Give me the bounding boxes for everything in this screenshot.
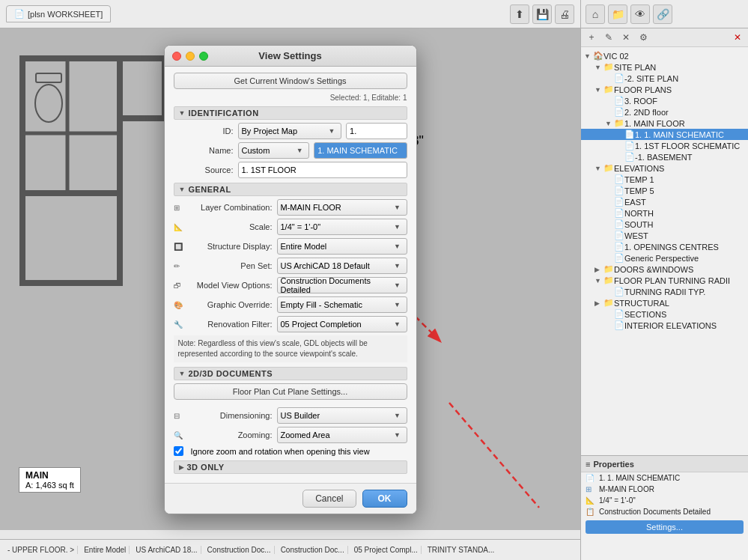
tree-item-temp1[interactable]: 📄 TEMP 1	[581, 174, 748, 185]
id-value-field[interactable]: 1.	[346, 123, 407, 139]
section-general[interactable]: ▼ GENERAL	[174, 183, 407, 196]
tree-item-temp5[interactable]: 📄 TEMP 5	[581, 185, 748, 196]
panel-add-btn[interactable]: +	[584, 30, 599, 45]
close-btn[interactable]	[172, 52, 181, 61]
tree-item-openings[interactable]: 📄 1. OPENINGS CENTRES	[581, 241, 748, 252]
tree-item-main-schematic[interactable]: 📄 1. 1. MAIN SCHEMATIC	[581, 129, 748, 140]
id-type-select[interactable]: By Project Map ▼	[238, 123, 342, 139]
scale-icon: 📐	[174, 223, 186, 231]
model-view-select[interactable]: Construction Documents Detailed ▼	[277, 277, 407, 293]
graphic-icon: 🎨	[174, 301, 186, 309]
tree-item-south[interactable]: 📄 SOUTH	[581, 219, 748, 230]
panel-delete-btn[interactable]: ✕	[618, 30, 633, 45]
panel-btn-link[interactable]: 🔗	[653, 4, 672, 24]
properties-panel: ≡ Properties 📄 1. 1. MAIN SCHEMATIC ⊞ M-…	[581, 455, 748, 560]
tree-arrow-main-floor: ▼	[605, 120, 614, 127]
properties-title: Properties	[593, 460, 633, 469]
panel-edit-btn[interactable]: ✎	[601, 30, 616, 45]
tree-arrow-elevations: ▼	[595, 165, 603, 172]
tree-item-2nd-floor[interactable]: 📄 2. 2ND floor	[581, 106, 748, 118]
settings-button[interactable]: Settings...	[586, 520, 744, 534]
panel-btn-folder[interactable]: 📁	[608, 4, 627, 24]
dialog-footer: Cancel OK	[165, 483, 416, 514]
status-pen[interactable]: US ArchiCAD 18...	[133, 546, 201, 554]
form-row-pen: ✏ Pen Set: US ArchiCAD 18 Default ▼	[174, 258, 407, 274]
tree-item-east[interactable]: 📄 EAST	[581, 196, 748, 207]
status-trinity[interactable]: TRINITY STANDA...	[425, 546, 498, 554]
tree-item-doors-windows[interactable]: ▶ 📁 DOORS &WINDOWS	[581, 264, 748, 275]
section-2d3d[interactable]: ▼ 2D/3D DOCUMENTS	[174, 367, 407, 380]
tree-item-floor-plans[interactable]: ▼ 📁 FLOOR PLANS	[581, 84, 748, 95]
tree-item-north[interactable]: 📄 NORTH	[581, 207, 748, 219]
maximize-btn[interactable]	[199, 52, 208, 61]
tree-item-elevations[interactable]: ▼ 📁 ELEVATIONS	[581, 162, 748, 174]
panel-btn-home[interactable]: ⌂	[586, 4, 605, 24]
name-value-field[interactable]: 1. MAIN SCHEMATIC	[314, 142, 407, 159]
tree-item-roof[interactable]: 📄 3. ROOF	[581, 95, 748, 106]
tree-root[interactable]: ▼ 🏠 VIC 02	[581, 50, 748, 61]
get-settings-button[interactable]: Get Current Window's Settings	[174, 73, 407, 89]
graphic-label: Graphic Override:	[190, 300, 273, 309]
panel-close-btn[interactable]: ✕	[730, 30, 745, 45]
source-value-field[interactable]: 1. 1ST FLOOR	[238, 162, 407, 178]
floor-plan-cut-plane-btn[interactable]: Floor Plan Cut Plane Settings...	[174, 383, 407, 400]
pen-select[interactable]: US ArchiCAD 18 Default ▼	[277, 258, 407, 274]
chevron-down-pen: ▼	[392, 262, 404, 270]
cancel-button[interactable]: Cancel	[302, 490, 356, 508]
tree-item-main-floor[interactable]: ▼ 📁 1. MAIN FLOOR	[581, 118, 748, 129]
nav-tree: ▼ 🏠 VIC 02 ▼ 📁 SITE PLAN 📄 -2. SITE PLAN…	[581, 47, 748, 455]
properties-icon: ≡	[586, 460, 590, 469]
section-identification[interactable]: ▼ IDENTIFICATION	[174, 106, 407, 120]
zooming-select[interactable]: Zoomed Area ▼	[277, 427, 407, 443]
dialog-overlay: View Settings Get Current Window's Setti…	[0, 0, 580, 539]
tree-item-1st-floor-schematic[interactable]: 📄 1. 1ST FLOOR SCHEMATIC	[581, 140, 748, 151]
chevron-down-dim: ▼	[392, 412, 404, 419]
source-label: Source:	[174, 165, 234, 174]
tree-item-floor-radii[interactable]: ▼ 📁 FLOOR PLAN TURNING RADII	[581, 275, 748, 286]
pen-icon: ✏	[174, 262, 186, 270]
section-arrow-2d3d: ▼	[179, 370, 186, 377]
tree-item-west[interactable]: 📄 WEST	[581, 230, 748, 241]
ok-button[interactable]: OK	[362, 490, 407, 508]
layer-icon: ⊞	[174, 204, 186, 212]
section-arrow-general: ▼	[179, 186, 186, 193]
status-model[interactable]: Entire Model	[81, 546, 130, 554]
section-arrow-3d: ▶	[179, 463, 184, 471]
name-type-select[interactable]: Custom ▼	[238, 142, 310, 159]
panel-actions: + ✎ ✕ ⚙ ✕	[581, 28, 748, 47]
chevron-down-model-view: ▼	[392, 281, 404, 289]
chevron-down-layer: ▼	[392, 204, 404, 211]
id-label: ID:	[174, 127, 234, 136]
dimensioning-select[interactable]: US Builder ▼	[277, 407, 407, 424]
prop-row-3: 📋 Construction Documents Detailed	[581, 506, 748, 517]
graphic-select[interactable]: Empty Fill - Schematic ▼	[277, 296, 407, 313]
structure-select[interactable]: Entire Model ▼	[277, 238, 407, 255]
tree-item-site-plan[interactable]: ▼ 📁 SITE PLAN	[581, 61, 748, 73]
status-bar: - UPPER FLOOR. > Entire Model US ArchiCA…	[0, 539, 580, 560]
tree-item-basement[interactable]: 📄 -1. BASEMENT	[581, 151, 748, 162]
tree-item-turning-radii[interactable]: 📄 TURNING RADII TYP.	[581, 286, 748, 297]
prop-icon-0: 📄	[586, 474, 596, 482]
section-3d-only[interactable]: ▶ 3D ONLY	[174, 460, 407, 474]
status-floor[interactable]: - UPPER FLOOR. >	[4, 546, 78, 554]
status-construction[interactable]: Construction Doc...	[204, 546, 275, 554]
ignore-zoom-checkbox[interactable]	[174, 446, 183, 456]
status-project[interactable]: 05 Project Compl...	[351, 546, 422, 554]
tree-item-site-plan-2[interactable]: 📄 -2. SITE PLAN	[581, 73, 748, 84]
prop-row-1: ⊞ M-MAIN FLOOR	[581, 484, 748, 495]
panel-settings-btn[interactable]: ⚙	[636, 30, 651, 45]
tree-item-structural[interactable]: ▶ 📁 STRUCTURAL	[581, 297, 748, 308]
minimize-btn[interactable]	[186, 52, 195, 61]
tree-item-sections[interactable]: 📄 SECTIONS	[581, 308, 748, 320]
status-construction2[interactable]: Construction Doc...	[278, 546, 348, 554]
tree-item-interior-elevations[interactable]: 📄 INTERIOR ELEVATIONS	[581, 320, 748, 331]
renovation-select[interactable]: 05 Project Completion ▼	[277, 316, 407, 332]
panel-btn-eye[interactable]: 👁	[630, 4, 650, 24]
model-view-label: Model View Options:	[190, 281, 273, 290]
note-text: Note: Regardless of this view's scale, G…	[174, 335, 407, 362]
scale-select[interactable]: 1/4" = 1'-0" ▼	[277, 219, 407, 235]
tree-arrow-site-plan: ▼	[595, 64, 603, 71]
form-row-layer: ⊞ Layer Combination: M-MAIN FLOOR ▼	[174, 199, 407, 216]
tree-item-generic-persp[interactable]: 📄 Generic Perspective	[581, 252, 748, 264]
layer-select[interactable]: M-MAIN FLOOR ▼	[277, 199, 407, 216]
